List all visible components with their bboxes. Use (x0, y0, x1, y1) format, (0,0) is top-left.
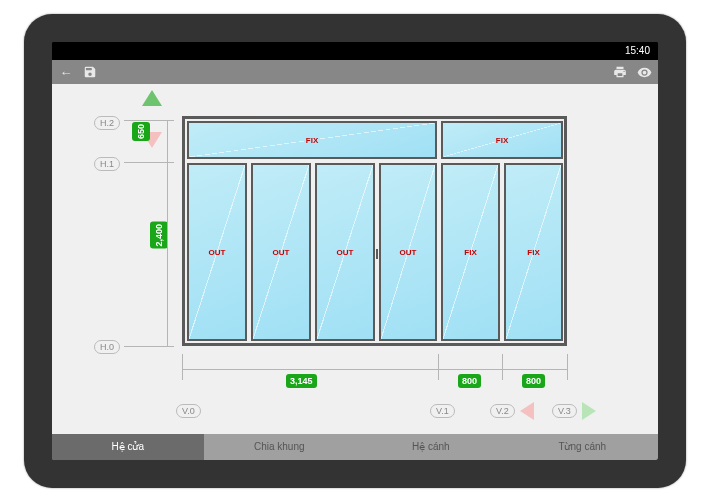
v-tick: V.2 (490, 404, 515, 418)
window-frame[interactable]: FIX FIX OUT OUT OUT OUT FIX FIX (182, 116, 567, 346)
door-handle (376, 249, 378, 259)
tab-he-cua[interactable]: Hệ cửa (52, 434, 204, 460)
arrow-left-icon[interactable] (520, 402, 534, 420)
dim-width-main[interactable]: 3,145 (286, 374, 317, 388)
dim-height-top[interactable]: 650 (132, 122, 150, 141)
screen: 15:40 ← H.2 H. (52, 42, 658, 460)
back-icon[interactable]: ← (58, 64, 74, 80)
arrow-up-icon[interactable] (142, 90, 162, 106)
tablet-frame: 15:40 ← H.2 H. (24, 14, 686, 488)
tab-chia-khung[interactable]: Chia khung (204, 434, 356, 460)
drawing-canvas[interactable]: H.2 H.1 H.0 650 2,400 FIX FIX OUT OUT OU… (52, 84, 658, 434)
h-tick: H.2 (94, 116, 120, 130)
print-icon[interactable] (612, 64, 628, 80)
v-tick: V.1 (430, 404, 455, 418)
panel-b3[interactable]: OUT (315, 163, 375, 341)
v-tick: V.3 (552, 404, 577, 418)
dim-height-total[interactable]: 2,400 (150, 222, 168, 249)
tab-tung-canh[interactable]: Từng cánh (507, 434, 659, 460)
panel-b5[interactable]: FIX (441, 163, 500, 341)
panel-b6[interactable]: FIX (504, 163, 563, 341)
dim-width-r1[interactable]: 800 (458, 374, 481, 388)
clock: 15:40 (625, 45, 650, 56)
panel-b1[interactable]: OUT (187, 163, 247, 341)
status-bar: 15:40 (52, 42, 658, 60)
tab-he-canh[interactable]: Hệ cánh (355, 434, 507, 460)
save-icon[interactable] (82, 64, 98, 80)
app-toolbar: ← (52, 60, 658, 84)
h-tick: H.1 (94, 157, 120, 171)
bottom-tabs: Hệ cửa Chia khung Hệ cánh Từng cánh (52, 434, 658, 460)
arrow-right-icon[interactable] (582, 402, 596, 420)
eye-icon[interactable] (636, 64, 652, 80)
v-tick: V.0 (176, 404, 201, 418)
panel-b2[interactable]: OUT (251, 163, 311, 341)
panel-top-1[interactable]: FIX (187, 121, 437, 159)
panel-top-2[interactable]: FIX (441, 121, 563, 159)
panel-b4[interactable]: OUT (379, 163, 437, 341)
h-tick: H.0 (94, 340, 120, 354)
dim-width-r2[interactable]: 800 (522, 374, 545, 388)
